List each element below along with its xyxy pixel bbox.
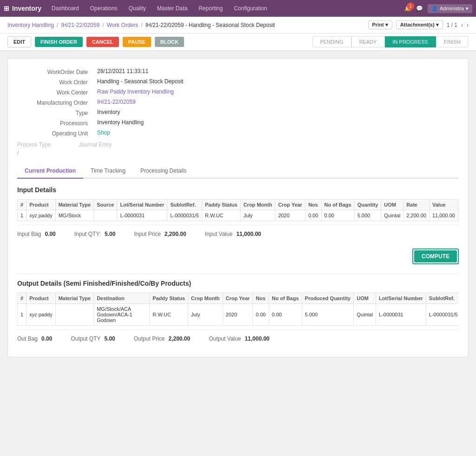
top-navigation: ⊞ Inventory Dashboard Operations Quality… (0, 0, 476, 17)
cell-sublot-ref: L-0000031/5 (167, 210, 202, 221)
compute-section: COMPUTE (17, 243, 459, 270)
col-quantity: Quantity (354, 200, 381, 210)
cell-crop-month: July (240, 210, 275, 221)
out-cell-no-of-bags: 0.00 (269, 304, 302, 326)
nav-quality[interactable]: Quality (124, 3, 150, 13)
input-value-summary: Input Value 11,000.00 (205, 231, 261, 237)
breadcrumb-work-orders[interactable]: Work Orders (106, 22, 138, 28)
block-button[interactable]: BLOCK (155, 37, 184, 47)
input-details-section: Input Details # Product Material Type So… (17, 186, 459, 270)
pagination-prev-icon[interactable]: ‹ (461, 22, 463, 28)
cell-paddy-status: R.W.UC (202, 210, 240, 221)
tab-current-production[interactable]: Current Production (17, 164, 83, 179)
empty-label-6 (241, 119, 315, 127)
output-price-value: 2,200.00 (168, 335, 190, 342)
nav-dashboard[interactable]: Dashboard (47, 3, 84, 13)
chevron-down-icon: ▾ (466, 6, 469, 12)
work-center-value[interactable]: Raw Paddy Inventory Handling (97, 88, 235, 96)
cell-source (94, 210, 117, 221)
operating-unit-value[interactable]: Shop (97, 129, 235, 137)
notification-badge: 1 (407, 2, 414, 10)
output-price-summary: Output Price 2,200.00 (134, 335, 190, 342)
work-order-value: Handling - Seasonal Stock Deposit (97, 78, 235, 86)
col-material-type: Material Type (55, 200, 94, 210)
out-cell-crop-month: July (188, 304, 223, 326)
nav-master-data[interactable]: Master Data (152, 3, 192, 13)
empty-label-4 (241, 99, 315, 106)
input-value-label: Input Value (205, 231, 233, 237)
nav-reporting[interactable]: Reporting (194, 3, 227, 13)
attachment-button[interactable]: Attachment(s) ▾ (396, 20, 443, 29)
col-sublot-ref: SublotRef. (167, 200, 202, 210)
out-col-sublot-ref: SublotRef. (426, 293, 459, 304)
breadcrumb-ih-number[interactable]: IH/21-22/02059 (61, 22, 99, 28)
cell-lot-serial: L-0000031 (117, 210, 167, 221)
manufacturing-order-value[interactable]: IH/21-22/02059 (97, 99, 235, 106)
status-ready: READY (351, 36, 385, 47)
breadcrumb-inventory-handling[interactable]: Inventory Handling (7, 22, 54, 28)
tab-processing-details[interactable]: Processing Details (133, 164, 194, 179)
nav-configuration[interactable]: Configuration (229, 3, 271, 13)
compute-button[interactable]: COMPUTE (414, 250, 457, 262)
out-cell-uom: Quintal (354, 304, 376, 326)
out-col-material-type: Material Type (55, 293, 94, 304)
input-bag-summary: Input Bag 0.00 (17, 231, 56, 237)
slash-field: / (17, 150, 459, 156)
out-cell-lot-serial: L-0000031 (376, 304, 426, 326)
form-extra-fields: Process Type Journal Entry (17, 141, 459, 148)
empty-value-7 (321, 129, 459, 137)
work-center-label: Work Center (17, 88, 92, 96)
type-value: Inventory (97, 109, 235, 116)
out-col-no-of-bags: No of Bags (269, 293, 302, 304)
col-value: Value (429, 200, 458, 210)
out-cell-nos: 0.00 (253, 304, 269, 326)
nav-operations[interactable]: Operations (86, 3, 122, 13)
out-col-lot-serial: Lot/Serial Number (376, 293, 426, 304)
empty-label-2 (241, 78, 315, 86)
print-button[interactable]: Print ▾ (368, 20, 392, 29)
main-content: WorkOrder Date 28/12/2021 11:33:11 Work … (0, 51, 476, 370)
input-price-summary: Input Price 2,200.00 (134, 231, 186, 237)
out-col-num: # (18, 293, 26, 304)
cancel-button[interactable]: CANCEL (86, 37, 119, 47)
nav-right-section: 🔔 1 💬 👤 Administra ▾ (404, 4, 472, 13)
input-qty-summary: Input QTY: 5.00 (74, 231, 116, 237)
app-logo[interactable]: ⊞ Inventory (4, 5, 41, 12)
cell-crop-year: 2020 (275, 210, 305, 221)
output-value-summary: Output Value 11,000.00 (209, 335, 270, 342)
process-type-label: Process Type (17, 141, 54, 148)
edit-button[interactable]: EDIT (7, 36, 31, 47)
input-price-label: Input Price (134, 231, 160, 237)
operating-unit-label: Operating Unit (17, 129, 92, 137)
notifications-button[interactable]: 🔔 1 (404, 5, 411, 12)
input-price-value: 2,200.00 (165, 231, 186, 237)
empty-label-1 (241, 68, 315, 75)
out-bag-label: Out Bag (17, 335, 38, 342)
input-qty-label: Input QTY: (74, 231, 101, 237)
pause-button[interactable]: PAUSE (123, 37, 151, 47)
breadcrumb: Inventory Handling / IH/21-22/02059 / Wo… (0, 17, 476, 34)
cell-product: xyz paddy (26, 210, 56, 221)
out-cell-material-type (55, 304, 94, 326)
cell-quantity: 5.000 (354, 210, 381, 221)
user-menu-button[interactable]: 👤 Administra ▾ (428, 4, 472, 13)
chat-icon[interactable]: 💬 (416, 5, 423, 12)
output-table-header: # Product Material Type Destination Padd… (18, 293, 459, 304)
output-value-value: 11,000.00 (245, 335, 269, 342)
empty-value-6 (321, 119, 459, 127)
out-col-nos: Nos (253, 293, 269, 304)
finish-order-button[interactable]: FINISH ORDER (35, 37, 83, 47)
output-price-label: Output Price (134, 335, 165, 342)
nav-menu: Dashboard Operations Quality Master Data… (47, 3, 399, 13)
empty-label-7 (241, 129, 315, 137)
processors-value: Inventory Handling (97, 119, 235, 127)
out-col-destination: Destination (94, 293, 150, 304)
col-operating-unit: Operating Unit (458, 200, 459, 210)
cell-material-type: MG/Stock (55, 210, 94, 221)
breadcrumb-sep-1: / (57, 22, 58, 28)
tab-time-tracking[interactable]: Time Tracking (83, 164, 133, 179)
pagination-next-icon[interactable]: › (467, 22, 469, 28)
grid-icon: ⊞ (4, 5, 9, 12)
out-bag-value: 0.00 (41, 335, 52, 342)
manufacturing-order-label: Manufacturing Order (17, 99, 92, 106)
